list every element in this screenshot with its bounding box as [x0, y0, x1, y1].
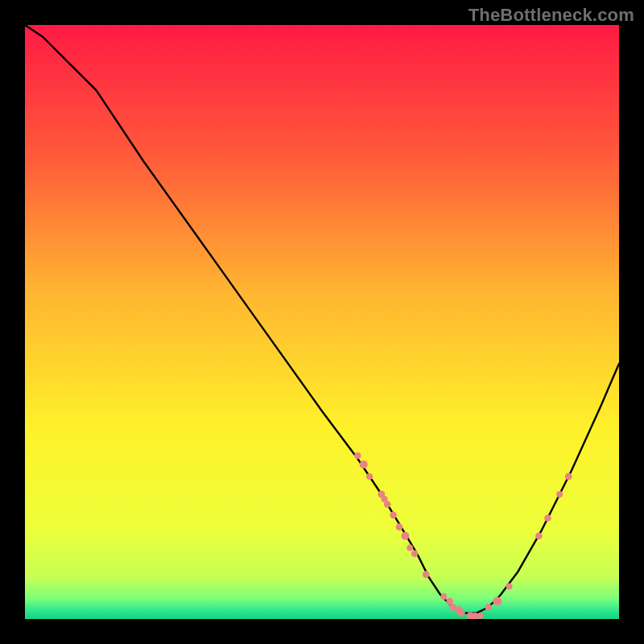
data-marker [366, 473, 373, 480]
plot-area [25, 25, 619, 619]
chart-container: TheBottleneck.com [0, 0, 644, 644]
watermark-label: TheBottleneck.com [469, 5, 634, 26]
data-marker [556, 491, 563, 497]
data-marker [493, 597, 502, 605]
data-marker [360, 460, 368, 469]
data-marker [396, 523, 403, 530]
data-marker [535, 532, 543, 539]
gradient-background [25, 25, 619, 619]
data-marker [565, 473, 572, 481]
data-marker [446, 598, 453, 605]
data-marker [390, 512, 397, 519]
data-marker [423, 571, 430, 578]
data-marker [506, 583, 512, 589]
data-marker [544, 514, 551, 522]
data-marker [354, 452, 361, 460]
chart-svg [25, 25, 619, 619]
data-marker [485, 604, 492, 611]
data-marker [440, 593, 447, 600]
data-marker [384, 501, 391, 508]
data-marker [401, 532, 409, 540]
data-marker [407, 544, 413, 551]
data-marker [458, 609, 465, 617]
data-marker [411, 551, 419, 558]
